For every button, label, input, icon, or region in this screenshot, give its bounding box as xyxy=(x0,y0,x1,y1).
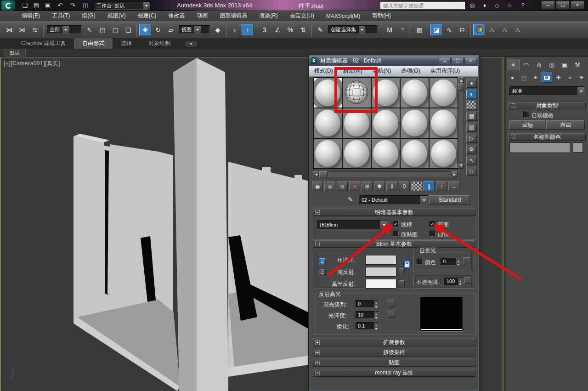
named-selection-set-dropdown[interactable]: 创建选择集 xyxy=(328,25,378,34)
face-map-checkbox[interactable] xyxy=(393,231,399,237)
pick-material-eyedropper-icon[interactable]: ✎ xyxy=(348,196,353,203)
make-preview-icon[interactable]: ▷ xyxy=(466,134,477,143)
new-file-icon[interactable]: ❏ xyxy=(20,1,29,10)
self-illum-map-button[interactable] xyxy=(464,257,470,264)
slots-scroll-right-icon[interactable] xyxy=(452,171,458,177)
slots-hscroll-thumb[interactable] xyxy=(319,171,328,177)
systems-category-icon[interactable]: ✳ xyxy=(576,73,587,83)
utilities-tab-icon[interactable]: ⚒ xyxy=(571,59,584,70)
get-material-icon[interactable]: ◉ xyxy=(312,181,323,191)
self-illum-spinner[interactable]: 0 xyxy=(441,258,462,266)
search-input[interactable] xyxy=(380,1,465,10)
favorites-star-icon[interactable]: ☆ xyxy=(504,1,515,10)
shader-type-dropdown[interactable]: (B)Blinn xyxy=(317,220,388,229)
material-slot-13[interactable] xyxy=(372,139,400,168)
edit-named-selection-icon[interactable]: ✎ xyxy=(314,24,326,36)
layer-manager-icon[interactable]: ▦ xyxy=(413,24,425,36)
menu-customize[interactable]: 自定义(U) xyxy=(284,12,320,20)
snaps-toggle-icon[interactable]: 3 xyxy=(259,24,271,36)
select-by-name-icon[interactable]: ▤ xyxy=(96,24,108,36)
material-slot-11[interactable] xyxy=(314,139,342,168)
undo-icon[interactable]: ↶ xyxy=(56,1,65,10)
app-logo-button[interactable] xyxy=(1,0,16,11)
material-slot-8[interactable] xyxy=(372,108,400,138)
cameras-category-icon[interactable] xyxy=(542,73,552,83)
med-menu-navigation[interactable]: 导航(N) xyxy=(368,67,396,75)
select-and-scale-icon[interactable]: ▱ xyxy=(165,24,177,36)
glossiness-spinner[interactable]: 10 xyxy=(356,311,379,319)
select-and-rotate-icon[interactable]: ↻ xyxy=(152,24,164,36)
slots-scroll-left-icon[interactable] xyxy=(313,171,319,177)
material-slot-6[interactable] xyxy=(314,108,342,138)
shader-rollout-header[interactable]: - 明暗器基本参数 xyxy=(313,209,475,216)
ribbon-tab-freeform[interactable]: 自由形式 xyxy=(74,38,113,49)
select-and-move-icon[interactable]: ✚ xyxy=(139,24,151,36)
autogrid-checkbox[interactable] xyxy=(523,112,529,118)
selection-filter-arrow[interactable] xyxy=(62,26,69,34)
shapes-category-icon[interactable]: ◰ xyxy=(519,73,529,83)
make-material-copy-icon[interactable]: ⊕ xyxy=(362,181,373,191)
mental-ray-rollout[interactable]: + mental ray 连接 xyxy=(313,369,475,377)
ambient-color-swatch[interactable] xyxy=(365,255,396,265)
slots-hscroll-track[interactable] xyxy=(319,171,452,177)
render-iterative-icon[interactable]: ♨ xyxy=(512,24,524,36)
expand-icon[interactable]: + xyxy=(315,371,320,375)
menu-edit[interactable]: 编辑(E) xyxy=(16,12,46,20)
render-frame-window-icon[interactable]: ♨ xyxy=(486,24,498,36)
ribbon-subtab-default[interactable]: 默认 xyxy=(4,49,26,57)
menu-group[interactable]: 组(G) xyxy=(76,12,101,20)
faceted-checkbox[interactable] xyxy=(430,231,435,237)
dialog-close-button[interactable]: × xyxy=(464,57,476,64)
lights-category-icon[interactable]: ✦ xyxy=(530,73,541,83)
create-tab-icon[interactable]: ✶ xyxy=(507,59,520,70)
help-icon[interactable]: ? xyxy=(517,1,528,10)
redo-icon[interactable]: ↷ xyxy=(68,1,77,10)
target-camera-button[interactable]: 目标 xyxy=(509,120,545,130)
mirror-icon[interactable]: M xyxy=(384,24,396,36)
ribbon-tab-object-paint[interactable]: 对象绘制 xyxy=(140,38,179,49)
render-setup-icon[interactable] xyxy=(473,24,485,36)
wireframe-checkbox[interactable]: ✓ xyxy=(393,221,399,227)
material-slot-14[interactable] xyxy=(401,139,429,168)
communication-center-icon[interactable]: ◇ xyxy=(492,1,503,10)
background-icon[interactable] xyxy=(466,101,477,110)
named-selection-set-arrow[interactable] xyxy=(358,26,365,34)
save-file-icon[interactable]: ▣ xyxy=(43,1,52,10)
angle-snap-icon[interactable]: ∠ xyxy=(271,24,283,36)
camera-type-dropdown[interactable]: 标准 xyxy=(509,86,585,96)
show-end-result-icon[interactable]: ∥ xyxy=(424,181,435,191)
motion-tab-icon[interactable]: ◎ xyxy=(545,59,558,70)
material-slot-4[interactable] xyxy=(401,78,429,108)
menu-tools[interactable]: 工具(T) xyxy=(46,12,76,20)
make-unique-icon[interactable]: ✱ xyxy=(374,181,385,191)
percent-snap-icon[interactable]: % xyxy=(284,24,296,36)
unlink-selection-icon[interactable]: ⋊ xyxy=(16,24,28,36)
opacity-map-button[interactable] xyxy=(464,277,471,284)
lock-icon[interactable] xyxy=(403,260,410,269)
material-slot-15[interactable] xyxy=(430,139,458,168)
spinner-snap-icon[interactable]: ⇅ xyxy=(297,24,309,36)
shader-type-arrow[interactable] xyxy=(380,221,387,229)
collapse-icon[interactable]: - xyxy=(315,242,320,246)
specular-level-spinner[interactable]: 0 xyxy=(356,300,379,308)
slots-vscroll-thumb[interactable] xyxy=(458,83,464,91)
blinn-rollout-header[interactable]: - Blinn 基本参数 xyxy=(313,240,475,248)
schematic-view-icon[interactable]: ⊟ xyxy=(456,24,468,36)
menu-graph-editors[interactable]: 图形编辑器 xyxy=(214,12,253,20)
menu-maxscript[interactable]: MAXScript(M) xyxy=(320,13,367,19)
scene-explorer-icon[interactable]: ◪ xyxy=(430,24,442,36)
ambient-diffuse-lock-button[interactable]: ⊂ xyxy=(319,258,326,265)
go-forward-sibling-icon[interactable]: → xyxy=(448,181,459,191)
project-folder-icon[interactable]: ◫ xyxy=(81,1,90,10)
viewport-label[interactable]: [+][Camera001][真实] xyxy=(4,60,60,68)
put-material-to-scene-icon[interactable]: ◎ xyxy=(324,181,335,191)
window-crossing-icon[interactable]: ❏ xyxy=(122,24,134,36)
select-and-manipulate-icon[interactable]: + xyxy=(229,24,241,36)
collapse-icon[interactable]: - xyxy=(315,210,320,215)
show-map-in-viewport-icon[interactable] xyxy=(411,181,422,191)
diffuse-specular-lock-button[interactable]: ⊂ xyxy=(319,269,326,276)
open-file-icon[interactable]: ▤ xyxy=(32,1,41,10)
material-type-button[interactable]: Standard xyxy=(430,195,470,204)
workspace-dropdown-arrow[interactable] xyxy=(143,2,149,9)
material-map-navigator-icon[interactable]: ∷ xyxy=(466,167,477,176)
